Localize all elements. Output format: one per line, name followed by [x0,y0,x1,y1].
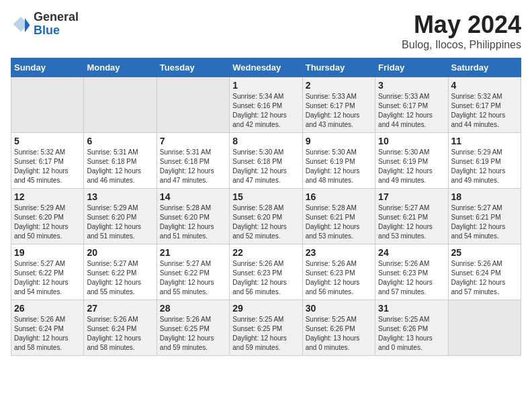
calendar-day-cell: 25Sunrise: 5:26 AM Sunset: 6:24 PM Dayli… [448,244,521,300]
day-number: 13 [87,191,153,202]
calendar-day-cell: 2Sunrise: 5:33 AM Sunset: 6:17 PM Daylig… [302,77,375,133]
logo-general-text: General [34,11,79,24]
day-info: Sunrise: 5:25 AM Sunset: 6:26 PM Dayligh… [306,315,372,353]
day-number: 28 [160,303,226,314]
day-number: 9 [306,136,372,146]
calendar-day-cell: 17Sunrise: 5:27 AM Sunset: 6:21 PM Dayli… [375,189,448,244]
day-number: 10 [378,136,445,146]
day-info: Sunrise: 5:27 AM Sunset: 6:22 PM Dayligh… [14,259,81,297]
day-info: Sunrise: 5:30 AM Sunset: 6:19 PM Dayligh… [306,148,372,185]
day-info: Sunrise: 5:26 AM Sunset: 6:25 PM Dayligh… [160,315,226,353]
logo: General Blue [11,11,79,38]
day-number: 14 [160,191,226,202]
weekday-header-thursday: Thursday [302,58,375,77]
calendar-day-cell: 11Sunrise: 5:29 AM Sunset: 6:19 PM Dayli… [448,133,521,189]
day-info: Sunrise: 5:27 AM Sunset: 6:22 PM Dayligh… [87,259,153,297]
calendar-day-cell: 10Sunrise: 5:30 AM Sunset: 6:19 PM Dayli… [375,133,448,189]
day-info: Sunrise: 5:28 AM Sunset: 6:20 PM Dayligh… [160,203,226,241]
weekday-header-monday: Monday [84,58,157,77]
weekday-header-friday: Friday [375,58,448,77]
weekday-header-wednesday: Wednesday [230,58,302,77]
day-info: Sunrise: 5:28 AM Sunset: 6:21 PM Dayligh… [306,203,372,241]
calendar-week-row: 1Sunrise: 5:34 AM Sunset: 6:16 PM Daylig… [11,77,521,133]
weekday-header-sunday: Sunday [11,58,84,77]
calendar-day-cell [11,77,84,133]
calendar-day-cell: 24Sunrise: 5:26 AM Sunset: 6:23 PM Dayli… [375,244,448,300]
day-info: Sunrise: 5:26 AM Sunset: 6:23 PM Dayligh… [378,259,445,297]
calendar-day-cell: 26Sunrise: 5:26 AM Sunset: 6:24 PM Dayli… [11,300,84,356]
calendar-day-cell: 9Sunrise: 5:30 AM Sunset: 6:19 PM Daylig… [302,133,375,189]
day-number: 4 [451,80,518,91]
day-info: Sunrise: 5:27 AM Sunset: 6:22 PM Dayligh… [160,259,226,297]
day-number: 1 [232,80,299,91]
logo-blue-text: Blue [34,24,79,38]
calendar-day-cell: 16Sunrise: 5:28 AM Sunset: 6:21 PM Dayli… [302,189,375,244]
calendar-day-cell [448,300,521,356]
calendar-day-cell: 28Sunrise: 5:26 AM Sunset: 6:25 PM Dayli… [157,300,229,356]
calendar-day-cell: 8Sunrise: 5:30 AM Sunset: 6:18 PM Daylig… [230,133,302,189]
day-number: 27 [87,303,153,314]
calendar-day-cell: 19Sunrise: 5:27 AM Sunset: 6:22 PM Dayli… [11,244,84,300]
day-info: Sunrise: 5:29 AM Sunset: 6:20 PM Dayligh… [14,203,81,241]
calendar-day-cell: 27Sunrise: 5:26 AM Sunset: 6:24 PM Dayli… [84,300,157,356]
calendar-day-cell: 3Sunrise: 5:33 AM Sunset: 6:17 PM Daylig… [375,77,448,133]
calendar-day-cell: 20Sunrise: 5:27 AM Sunset: 6:22 PM Dayli… [84,244,157,300]
day-number: 15 [232,191,299,202]
day-number: 26 [14,303,81,314]
day-info: Sunrise: 5:26 AM Sunset: 6:23 PM Dayligh… [232,259,299,297]
day-number: 23 [306,247,372,258]
calendar-day-cell [84,77,157,133]
day-number: 17 [378,191,445,202]
calendar-day-cell: 21Sunrise: 5:27 AM Sunset: 6:22 PM Dayli… [157,244,229,300]
day-number: 31 [378,303,445,314]
day-info: Sunrise: 5:26 AM Sunset: 6:23 PM Dayligh… [306,259,372,297]
day-number: 25 [451,247,518,258]
calendar-table: SundayMondayTuesdayWednesdayThursdayFrid… [11,58,521,356]
day-number: 29 [232,303,299,314]
weekday-header-tuesday: Tuesday [157,58,229,77]
day-info: Sunrise: 5:34 AM Sunset: 6:16 PM Dayligh… [232,92,299,130]
calendar-day-cell: 18Sunrise: 5:27 AM Sunset: 6:21 PM Dayli… [448,189,521,244]
calendar-day-cell: 1Sunrise: 5:34 AM Sunset: 6:16 PM Daylig… [230,77,302,133]
header: General Blue May 2024 Bulog, Ilocos, Phi… [11,11,521,51]
day-info: Sunrise: 5:31 AM Sunset: 6:18 PM Dayligh… [160,148,226,185]
day-number: 21 [160,247,226,258]
day-info: Sunrise: 5:30 AM Sunset: 6:19 PM Dayligh… [378,148,445,185]
weekday-header-row: SundayMondayTuesdayWednesdayThursdayFrid… [11,58,521,77]
day-number: 12 [14,191,81,202]
day-info: Sunrise: 5:29 AM Sunset: 6:19 PM Dayligh… [451,148,518,185]
calendar-day-cell: 6Sunrise: 5:31 AM Sunset: 6:18 PM Daylig… [84,133,157,189]
day-number: 5 [14,136,81,146]
day-info: Sunrise: 5:27 AM Sunset: 6:21 PM Dayligh… [451,203,518,241]
calendar-day-cell: 5Sunrise: 5:32 AM Sunset: 6:17 PM Daylig… [11,133,84,189]
calendar-day-cell: 13Sunrise: 5:29 AM Sunset: 6:20 PM Dayli… [84,189,157,244]
weekday-header-saturday: Saturday [448,58,521,77]
day-number: 24 [378,247,445,258]
calendar-day-cell: 15Sunrise: 5:28 AM Sunset: 6:20 PM Dayli… [230,189,302,244]
day-info: Sunrise: 5:25 AM Sunset: 6:25 PM Dayligh… [232,315,299,353]
day-number: 2 [306,80,372,91]
day-info: Sunrise: 5:27 AM Sunset: 6:21 PM Dayligh… [378,203,445,241]
day-number: 19 [14,247,81,258]
logo-text: General Blue [34,11,79,38]
day-number: 20 [87,247,153,258]
calendar-day-cell: 29Sunrise: 5:25 AM Sunset: 6:25 PM Dayli… [230,300,302,356]
calendar-week-row: 19Sunrise: 5:27 AM Sunset: 6:22 PM Dayli… [11,244,521,300]
calendar-week-row: 26Sunrise: 5:26 AM Sunset: 6:24 PM Dayli… [11,300,521,356]
day-info: Sunrise: 5:26 AM Sunset: 6:24 PM Dayligh… [451,259,518,297]
location-subtitle: Bulog, Ilocos, Philippines [402,39,521,51]
calendar-day-cell: 4Sunrise: 5:32 AM Sunset: 6:17 PM Daylig… [448,77,521,133]
calendar-week-row: 5Sunrise: 5:32 AM Sunset: 6:17 PM Daylig… [11,133,521,189]
day-info: Sunrise: 5:33 AM Sunset: 6:17 PM Dayligh… [306,92,372,130]
day-number: 18 [451,191,518,202]
day-number: 3 [378,80,445,91]
calendar-day-cell: 14Sunrise: 5:28 AM Sunset: 6:20 PM Dayli… [157,189,229,244]
calendar-day-cell: 12Sunrise: 5:29 AM Sunset: 6:20 PM Dayli… [11,189,84,244]
logo-icon [11,14,31,34]
day-info: Sunrise: 5:25 AM Sunset: 6:26 PM Dayligh… [378,315,445,353]
day-info: Sunrise: 5:30 AM Sunset: 6:18 PM Dayligh… [232,148,299,185]
day-number: 30 [306,303,372,314]
calendar-day-cell: 7Sunrise: 5:31 AM Sunset: 6:18 PM Daylig… [157,133,229,189]
day-info: Sunrise: 5:26 AM Sunset: 6:24 PM Dayligh… [87,315,153,353]
day-info: Sunrise: 5:28 AM Sunset: 6:20 PM Dayligh… [232,203,299,241]
